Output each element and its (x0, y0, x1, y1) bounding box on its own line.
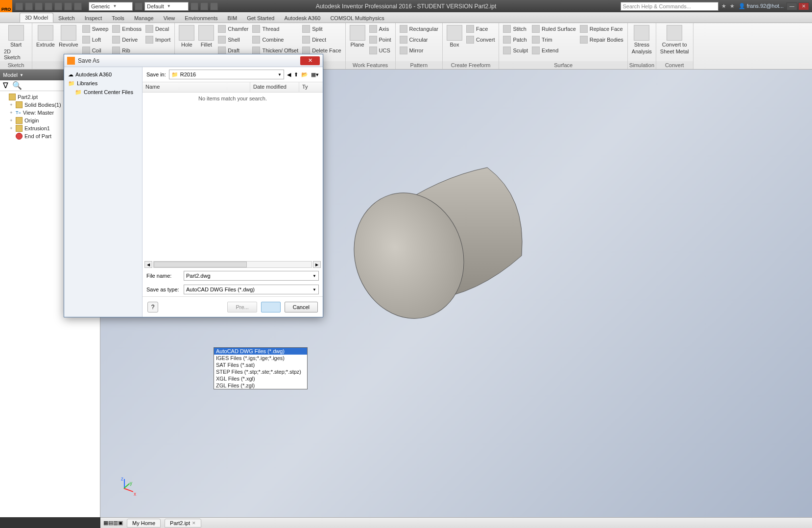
thread-button[interactable]: Thread (251, 24, 299, 34)
tab-environments[interactable]: Environments (180, 14, 222, 23)
material-combo[interactable]: Generic▼ (89, 2, 133, 11)
trim-button[interactable]: Trim (531, 35, 577, 45)
preview-button[interactable]: Pre... (227, 302, 257, 312)
start-2d-sketch-button[interactable]: Start2D Sketch (3, 24, 29, 61)
place-content-center[interactable]: 📁Content Center Files (66, 88, 140, 96)
horizontal-scrollbar[interactable]: ◀ ▶ (143, 260, 323, 269)
file-type-option[interactable]: STEP Files (*.stp;*.ste;*.step;*.stpz) (214, 368, 307, 375)
extend-button[interactable]: Extend (531, 46, 577, 55)
fillet-button[interactable]: Fillet (197, 24, 215, 48)
file-type-option[interactable]: XGL Files (*.xgl) (214, 375, 307, 382)
revolve-button[interactable]: Revolve (58, 24, 79, 48)
chamfer-button[interactable]: Chamfer (217, 24, 249, 34)
ucs-button[interactable]: UCS (368, 46, 392, 55)
place-a360[interactable]: ☁Autodesk A360 (66, 70, 140, 79)
qat-icon-2[interactable] (210, 2, 218, 10)
find-icon[interactable]: 🔍 (12, 81, 22, 90)
minimize-button[interactable]: — (787, 2, 797, 10)
shell-button[interactable]: Shell (217, 35, 249, 45)
file-type-option[interactable]: AutoCAD DWG Files (*.dwg) (214, 348, 307, 355)
filter-icon[interactable]: ∇ (3, 81, 8, 90)
direct-button[interactable]: Direct (301, 35, 342, 45)
up-icon[interactable]: ⬆ (294, 72, 298, 78)
user-label[interactable]: 👤 frans.92@hot... (739, 3, 784, 9)
repair-bodies-button[interactable]: Repair Bodies (579, 35, 624, 45)
file-type-option[interactable]: IGES Files (*.igs;*.ige;*.iges) (214, 355, 307, 361)
close-button[interactable]: ✕ (798, 2, 809, 10)
qat-home-icon[interactable] (64, 2, 72, 10)
scrollbar-track[interactable] (153, 261, 312, 268)
scroll-right-icon[interactable]: ▶ (313, 261, 321, 268)
split-button[interactable]: Split (301, 24, 342, 34)
scrollbar-thumb[interactable] (154, 262, 247, 267)
save-button[interactable] (261, 302, 281, 312)
save-type-dropdown[interactable]: AutoCAD DWG Files (*.dwg) IGES Files (*.… (214, 347, 308, 389)
file-name-input[interactable]: Part2.dwg▼ (184, 271, 319, 281)
stitch-button[interactable]: Stitch (502, 24, 529, 34)
extrude-button[interactable]: Extrude (35, 24, 56, 48)
save-in-combo[interactable]: 📁R2016▼ (169, 70, 284, 79)
file-type-option[interactable]: ZGL Files (*.zgl) (214, 382, 307, 389)
col-name[interactable]: Name (143, 82, 250, 92)
qat-open-icon[interactable] (25, 2, 33, 10)
plane-button[interactable]: Plane (349, 24, 366, 48)
col-date[interactable]: Date modified (250, 82, 299, 92)
convert-ff-button[interactable]: Convert (465, 35, 496, 45)
circular-button[interactable]: Circular (399, 35, 439, 45)
ruled-surface-button[interactable]: Ruled Surface (531, 24, 577, 34)
qat-undo-icon[interactable] (45, 2, 52, 10)
file-type-option[interactable]: SAT Files (*.sat) (214, 361, 307, 368)
emboss-button[interactable]: Emboss (111, 24, 143, 34)
close-icon[interactable]: ✕ (192, 521, 196, 526)
save-type-combo[interactable]: AutoCAD DWG Files (*.dwg)▼ (184, 285, 319, 294)
place-libraries[interactable]: 📁Libraries (66, 79, 140, 88)
qat-fx-icon[interactable] (200, 2, 208, 10)
patch-button[interactable]: Patch (502, 35, 529, 45)
qat-appearance-icon[interactable] (135, 2, 143, 10)
help-button[interactable]: ? (147, 302, 158, 312)
derive-button[interactable]: Derive (111, 35, 143, 45)
qat-redo-icon[interactable] (54, 2, 62, 10)
tab-comsol[interactable]: COMSOL Multiphysics (325, 14, 389, 23)
tab-3d-model[interactable]: 3D Model (20, 13, 53, 23)
tab-view[interactable]: View (159, 14, 180, 23)
box-button[interactable]: Box (446, 24, 463, 48)
scroll-left-icon[interactable]: ◀ (144, 261, 152, 268)
qat-icon-1[interactable] (191, 2, 198, 10)
tab-manage[interactable]: Manage (129, 14, 159, 23)
decal-button[interactable]: Decal (144, 24, 171, 34)
face-button[interactable]: Face (465, 24, 496, 34)
back-icon[interactable]: ◀ (287, 72, 291, 78)
axis-button[interactable]: Axis (368, 24, 392, 34)
point-button[interactable]: Point (368, 35, 392, 45)
tab-bim[interactable]: BIM (223, 14, 242, 23)
sculpt-button[interactable]: Sculpt (502, 46, 529, 55)
qat-new-icon[interactable] (15, 2, 23, 10)
combine-button[interactable]: Combine (251, 35, 299, 45)
import-button[interactable]: Import (144, 35, 171, 45)
hole-button[interactable]: Hole (178, 24, 195, 48)
loft-button[interactable]: Loft (81, 35, 110, 45)
stress-analysis-button[interactable]: StressAnalysis (631, 24, 653, 55)
tab-a360[interactable]: Autodesk A360 (279, 14, 325, 23)
view-mode-icon[interactable]: ▦▤▥▣ (103, 520, 123, 526)
doc-tab-home[interactable]: My Home (127, 519, 161, 528)
tab-inspect[interactable]: Inspect (80, 14, 107, 23)
rectangular-button[interactable]: Rectangular (399, 24, 439, 34)
favorites-icon[interactable]: ★ ★ (721, 3, 736, 9)
tab-tools[interactable]: Tools (107, 14, 129, 23)
views-icon[interactable]: ▦▾ (311, 72, 319, 78)
search-input[interactable]: Search Help & Commands... (621, 2, 718, 11)
tab-get-started[interactable]: Get Started (242, 14, 279, 23)
convert-sheet-metal-button[interactable]: Convert toSheet Metal (659, 24, 690, 55)
mirror-button[interactable]: Mirror (399, 46, 439, 55)
appearance-combo[interactable]: Default▼ (144, 2, 189, 11)
dialog-close-button[interactable]: ✕ (300, 56, 320, 65)
tab-sketch[interactable]: Sketch (53, 14, 80, 23)
qat-select-icon[interactable] (74, 2, 82, 10)
new-folder-icon[interactable]: 📂 (301, 72, 308, 78)
sweep-button[interactable]: Sweep (81, 24, 110, 34)
dialog-titlebar[interactable]: Save As ✕ (64, 54, 323, 67)
file-list[interactable]: No items match your search. (143, 93, 323, 260)
col-type[interactable]: Ty (299, 82, 309, 92)
